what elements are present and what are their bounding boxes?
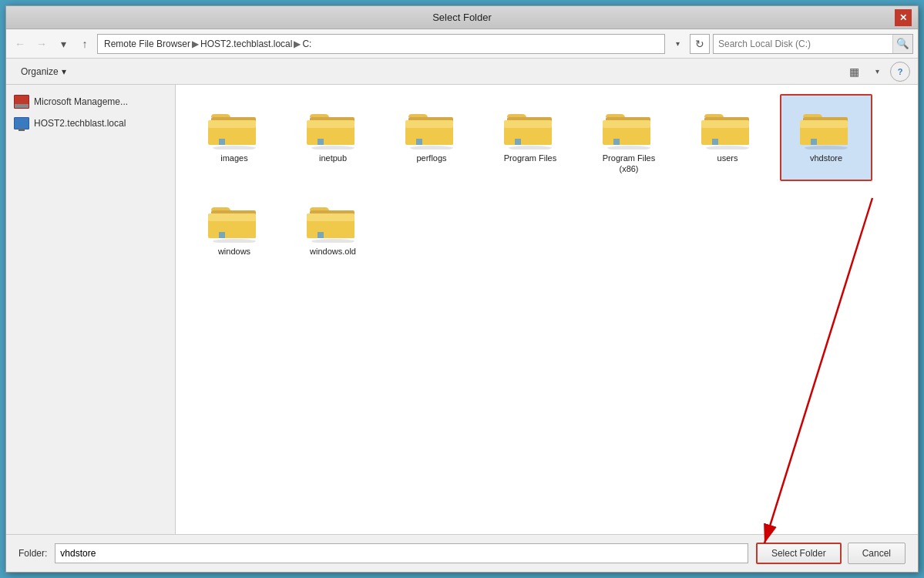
folder-name: windows <box>218 246 250 257</box>
folder-name: windows.old <box>310 246 356 257</box>
folder-icon <box>698 100 757 150</box>
svg-rect-4 <box>219 139 225 145</box>
folder-icon <box>600 100 658 150</box>
file-area: imagesinetpubperflogsProgram FilesProgra… <box>176 85 918 534</box>
main-content: Microsoft Manageme... HOST2.techblast.lo… <box>6 85 918 534</box>
svg-rect-18 <box>504 120 552 128</box>
folder-item[interactable]: Program Files <box>484 94 576 181</box>
svg-rect-33 <box>800 120 848 128</box>
organize-button[interactable]: Organize ▾ <box>14 62 73 82</box>
folder-label: Folder: <box>18 548 47 559</box>
folder-name: perflogs <box>416 153 446 163</box>
sidebar: Microsoft Manageme... HOST2.techblast.lo… <box>6 85 176 534</box>
svg-rect-43 <box>307 213 354 221</box>
svg-rect-13 <box>405 120 453 128</box>
path-sep-1: ▶ <box>192 39 199 49</box>
folder-item[interactable]: images <box>188 94 281 181</box>
toolbar: Organize ▾ ▦ ▾ ? <box>6 59 918 85</box>
dropdown-button[interactable]: ▾ <box>54 35 72 53</box>
folder-name: vhdstore <box>810 153 842 163</box>
svg-rect-24 <box>613 139 620 145</box>
search-box: 🔍 <box>713 34 913 54</box>
svg-rect-8 <box>307 120 354 128</box>
forward-button[interactable]: → <box>32 35 51 53</box>
svg-rect-9 <box>318 139 324 145</box>
folder-input[interactable] <box>55 543 748 563</box>
svg-rect-39 <box>219 232 225 238</box>
path-segment-3: C: <box>302 39 311 49</box>
folder-icon <box>797 100 855 150</box>
svg-point-0 <box>213 146 256 150</box>
dropdown-path-button[interactable]: ▾ <box>668 35 687 53</box>
folder-icon <box>402 100 461 150</box>
folder-item[interactable]: perflogs <box>385 94 478 181</box>
up-button[interactable]: ↑ <box>76 35 94 53</box>
folders-grid: imagesinetpubperflogsProgram FilesProgra… <box>188 94 906 263</box>
cancel-button[interactable]: Cancel <box>848 543 906 564</box>
button-group: Select Folder Cancel <box>756 543 906 564</box>
svg-point-25 <box>706 146 749 150</box>
folder-item[interactable]: windows.old <box>287 187 379 263</box>
sidebar-item-label-mmc: Microsoft Manageme... <box>34 96 128 107</box>
folder-name: inetpub <box>319 153 347 163</box>
svg-point-20 <box>607 146 650 150</box>
folder-icon <box>501 100 559 150</box>
view-dropdown-button[interactable]: ▾ <box>867 62 887 82</box>
folder-name: Program Files (x86) <box>603 153 655 175</box>
svg-point-30 <box>805 146 848 150</box>
svg-point-5 <box>311 146 354 150</box>
folder-item[interactable]: inetpub <box>287 94 379 181</box>
svg-rect-19 <box>515 139 521 145</box>
search-input[interactable] <box>714 39 892 49</box>
folder-item[interactable]: vhdstore <box>780 94 872 181</box>
svg-rect-38 <box>208 213 256 221</box>
view-button[interactable]: ▦ <box>844 62 864 82</box>
dialog-title: Select Folder <box>29 12 895 23</box>
folder-item[interactable]: users <box>681 94 774 181</box>
folder-icon <box>304 100 362 150</box>
back-button[interactable]: ← <box>11 35 29 53</box>
path-sep-2: ▶ <box>294 39 301 49</box>
close-button[interactable]: ✕ <box>895 9 912 26</box>
path-segment-2: HOST2.techblast.local <box>200 39 292 49</box>
svg-rect-34 <box>811 139 817 145</box>
toolbar-right: ▦ ▾ ? <box>844 62 910 82</box>
svg-rect-28 <box>701 120 749 128</box>
svg-rect-29 <box>712 139 718 145</box>
svg-point-15 <box>509 146 552 150</box>
path-segment-1: Remote File Browser <box>104 39 190 49</box>
sidebar-item-mmc[interactable]: Microsoft Manageme... <box>9 91 172 113</box>
refresh-button[interactable]: ↻ <box>690 34 710 54</box>
folder-icon <box>205 100 264 150</box>
help-button[interactable]: ? <box>890 62 910 82</box>
address-bar: ← → ▾ ↑ Remote File Browser ▶ HOST2.tech… <box>6 29 918 59</box>
svg-rect-14 <box>416 139 422 145</box>
select-folder-dialog: Select Folder ✕ ← → ▾ ↑ Remote File Brow… <box>5 5 919 573</box>
title-bar: Select Folder ✕ <box>6 6 918 29</box>
select-folder-button[interactable]: Select Folder <box>756 543 842 564</box>
svg-rect-44 <box>318 232 324 238</box>
folder-name: Program Files <box>504 153 556 163</box>
sidebar-item-label-host: HOST2.techblast.local <box>34 118 126 129</box>
footer-bar: Folder: Select Folder Cancel <box>6 534 918 572</box>
folder-item[interactable]: Program Files (x86) <box>583 94 675 181</box>
mmc-icon <box>14 94 29 109</box>
folder-icon <box>205 193 264 243</box>
folder-item[interactable]: windows <box>188 187 281 263</box>
folder-name: users <box>717 153 738 163</box>
svg-rect-3 <box>208 120 256 128</box>
search-button[interactable]: 🔍 <box>892 35 912 53</box>
svg-point-10 <box>410 146 453 150</box>
organize-label: Organize <box>21 66 59 77</box>
address-path[interactable]: Remote File Browser ▶ HOST2.techblast.lo… <box>97 34 665 54</box>
folder-name: images <box>220 153 247 163</box>
host-icon <box>14 116 29 131</box>
svg-point-40 <box>311 239 354 243</box>
svg-rect-23 <box>603 120 650 128</box>
organize-arrow-icon: ▾ <box>62 66 66 77</box>
folder-icon <box>304 193 362 243</box>
svg-point-35 <box>213 239 256 243</box>
sidebar-item-host[interactable]: HOST2.techblast.local <box>9 113 172 134</box>
